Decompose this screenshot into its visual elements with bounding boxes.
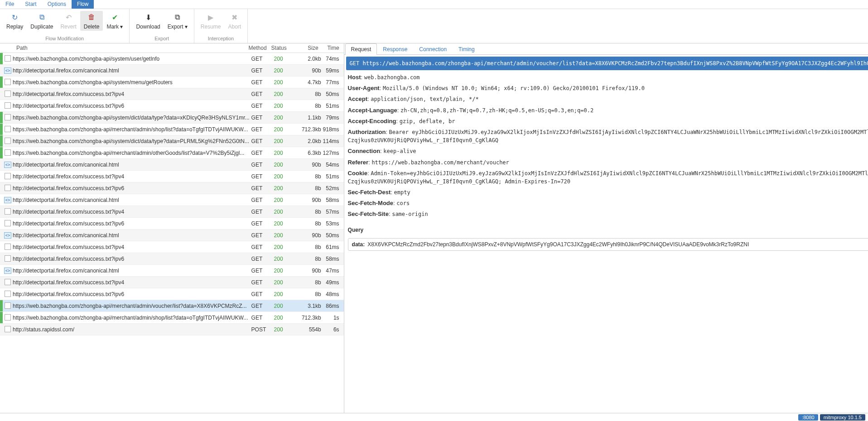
col-time[interactable]: Time bbox=[318, 45, 341, 51]
header-key: Sec-Fetch-Mode bbox=[348, 200, 393, 206]
flow-status: 200 bbox=[274, 103, 296, 109]
flow-path: http://detectportal.firefox.com/success.… bbox=[13, 91, 251, 97]
flow-row[interactable]: http://detectportal.firefox.com/success.… bbox=[0, 206, 344, 218]
flow-type-icon bbox=[3, 291, 13, 298]
menu-start[interactable]: Start bbox=[19, 0, 42, 9]
abort-button: ✖Abort bbox=[225, 11, 245, 31]
header-row[interactable]: Referer: https://web.bazhongba.com/merch… bbox=[348, 157, 868, 168]
flow-row[interactable]: <>http://detectportal.firefox.com/canoni… bbox=[0, 230, 344, 241]
delete-button[interactable]: 🗑Delete bbox=[80, 11, 103, 31]
query-scroll[interactable] bbox=[348, 254, 868, 254]
flow-row[interactable]: http://detectportal.firefox.com/success.… bbox=[0, 100, 344, 112]
header-row[interactable]: User-Agent: Mozilla/5.0 (Windows NT 10.0… bbox=[348, 83, 868, 94]
menu-file[interactable]: File bbox=[0, 0, 19, 9]
col-path[interactable]: Path bbox=[3, 45, 249, 51]
flow-time: 58ms bbox=[321, 197, 344, 203]
flow-status: 200 bbox=[274, 220, 296, 227]
flow-time: 50ms bbox=[321, 232, 344, 239]
header-row[interactable]: Cookie: Admin-Token=eyJhbGciOiJIUzUxMiJ9… bbox=[348, 168, 868, 187]
flow-method: GET bbox=[251, 197, 274, 203]
request-line[interactable]: GET https://web.bazhongba.com/zhongba-ap… bbox=[346, 57, 868, 70]
query-title: Query bbox=[348, 227, 868, 233]
delete-icon: 🗑 bbox=[88, 12, 95, 23]
flow-row[interactable]: <>http://detectportal.firefox.com/canoni… bbox=[0, 65, 344, 77]
header-key: Connection bbox=[348, 148, 381, 154]
replay-button[interactable]: ↻Replay bbox=[3, 11, 27, 31]
flow-size: 90b bbox=[296, 162, 321, 168]
flow-row[interactable]: http://detectportal.firefox.com/success.… bbox=[0, 182, 344, 194]
flow-row[interactable]: http://detectportal.firefox.com/success.… bbox=[0, 218, 344, 230]
flow-row[interactable]: http://detectportal.firefox.com/success.… bbox=[0, 253, 344, 265]
header-value: https://web.bazhongba.com/merchant/vouch… bbox=[371, 159, 509, 166]
flow-status: 200 bbox=[274, 256, 296, 262]
flow-size: 8b bbox=[296, 103, 321, 109]
flow-row[interactable]: https://web.bazhongba.com/zhongba-api/me… bbox=[0, 300, 344, 312]
tab-request[interactable]: Request bbox=[345, 43, 377, 55]
flow-row[interactable]: http://detectportal.firefox.com/success.… bbox=[0, 288, 344, 300]
flow-path: https://web.bazhongba.com/zhongba-api/sy… bbox=[13, 138, 251, 144]
status-port: :8080 bbox=[798, 414, 818, 421]
col-size[interactable]: Size bbox=[293, 45, 318, 51]
statusbar: :8080 mitmproxy 10.1.5 bbox=[0, 413, 868, 421]
flow-status: 200 bbox=[274, 91, 296, 97]
flow-path: http://detectportal.firefox.com/canonica… bbox=[13, 162, 251, 168]
flow-row[interactable]: http://detectportal.firefox.com/success.… bbox=[0, 241, 344, 253]
flow-time: 57ms bbox=[321, 209, 344, 215]
flow-size: 6.3kb bbox=[296, 150, 321, 156]
flow-type-icon bbox=[3, 314, 13, 321]
flow-row[interactable]: https://web.bazhongba.com/zhongba-api/sy… bbox=[0, 135, 344, 147]
flow-row[interactable]: https://web.bazhongba.com/zhongba-api/sy… bbox=[0, 53, 344, 65]
flow-size: 90b bbox=[296, 232, 321, 239]
flow-row[interactable]: http://detectportal.firefox.com/success.… bbox=[0, 277, 344, 288]
flow-row[interactable]: http://status.rapidssl.com/POST200554b6s bbox=[0, 324, 344, 335]
menu-flow[interactable]: Flow bbox=[72, 0, 94, 9]
header-value: Admin-Token=eyJhbGciOiJIUzUxMiJ9.eyJzaG9… bbox=[348, 170, 868, 185]
header-key: Referer bbox=[348, 159, 369, 166]
flow-path: https://web.bazhongba.com/zhongba-api/sy… bbox=[13, 79, 251, 86]
flow-type-icon bbox=[3, 91, 13, 98]
flow-type-icon bbox=[3, 279, 13, 286]
flow-time: 79ms bbox=[321, 115, 344, 121]
header-row[interactable]: Host: web.bazhongba.com bbox=[348, 72, 868, 83]
header-row[interactable]: Accept-Encoding: gzip, deflate, br bbox=[348, 116, 868, 127]
flow-row[interactable]: http://detectportal.firefox.com/success.… bbox=[0, 171, 344, 182]
mark-button[interactable]: ✔Mark ▾ bbox=[103, 11, 126, 31]
flow-row[interactable]: https://web.bazhongba.com/zhongba-api/me… bbox=[0, 147, 344, 159]
header-row[interactable]: Connection: keep-alive bbox=[348, 146, 868, 157]
flow-size: 90b bbox=[296, 268, 321, 274]
flow-method: GET bbox=[251, 209, 274, 215]
header-key: Authorization bbox=[348, 129, 386, 135]
flow-path: https://web.bazhongba.com/zhongba-api/me… bbox=[13, 315, 251, 321]
col-status[interactable]: Status bbox=[271, 45, 293, 51]
flow-row[interactable]: <>http://detectportal.firefox.com/canoni… bbox=[0, 194, 344, 206]
header-row[interactable]: Accept: application/json, text/plain, */… bbox=[348, 94, 868, 105]
flow-row[interactable]: https://web.bazhongba.com/zhongba-api/sy… bbox=[0, 77, 344, 88]
flow-size: 8b bbox=[296, 291, 321, 297]
flow-row[interactable]: <>http://detectportal.firefox.com/canoni… bbox=[0, 159, 344, 171]
tab-connection[interactable]: Connection bbox=[413, 43, 453, 55]
download-button[interactable]: ⬇Download bbox=[132, 11, 164, 31]
flow-row[interactable]: https://web.bazhongba.com/zhongba-api/sy… bbox=[0, 112, 344, 124]
flow-list[interactable]: https://web.bazhongba.com/zhongba-api/sy… bbox=[0, 53, 344, 413]
header-row[interactable]: Sec-Fetch-Dest: empty bbox=[348, 187, 868, 198]
menu-options[interactable]: Options bbox=[42, 0, 72, 9]
header-row[interactable]: Accept-Language: zh-CN,zh;q=0.8,zh-TW;q=… bbox=[348, 105, 868, 116]
duplicate-button[interactable]: ⧉Duplicate bbox=[27, 11, 57, 31]
flow-status: 200 bbox=[274, 279, 296, 286]
flow-row[interactable]: http://detectportal.firefox.com/success.… bbox=[0, 88, 344, 100]
col-method[interactable]: Method bbox=[249, 45, 271, 51]
header-row[interactable]: Authorization: Bearer eyJhbGciOiJIUzUxMi… bbox=[348, 127, 868, 146]
tab-timing[interactable]: Timing bbox=[453, 43, 481, 55]
flow-method: GET bbox=[251, 138, 274, 144]
flow-type-icon bbox=[3, 114, 13, 121]
export-button[interactable]: ⧉Export ▾ bbox=[164, 11, 191, 31]
flow-status: 200 bbox=[274, 291, 296, 297]
header-row[interactable]: Sec-Fetch-Mode: cors bbox=[348, 198, 868, 209]
flow-row[interactable]: https://web.bazhongba.com/zhongba-api/me… bbox=[0, 124, 344, 135]
query-box[interactable]: data:X8X6VKPCMzRcZmd2Fbv27tepn3BdufIXnjW… bbox=[348, 238, 868, 251]
flow-row[interactable]: <>http://detectportal.firefox.com/canoni… bbox=[0, 265, 344, 277]
header-row[interactable]: Sec-Fetch-Site: same-origin bbox=[348, 209, 868, 220]
flow-method: GET bbox=[251, 220, 274, 227]
flow-row[interactable]: https://web.bazhongba.com/zhongba-api/me… bbox=[0, 312, 344, 324]
tab-response[interactable]: Response bbox=[377, 43, 413, 55]
